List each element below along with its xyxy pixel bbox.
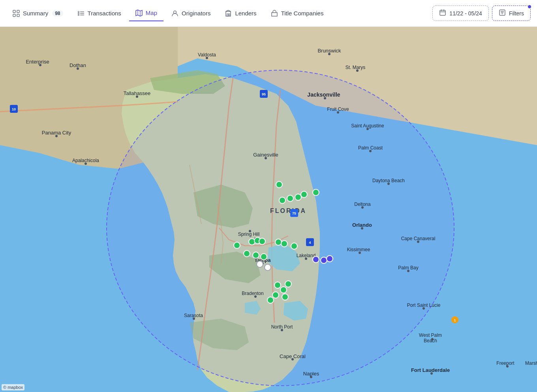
svg-text:West Palm: West Palm xyxy=(419,332,442,338)
map-container[interactable]: Enterprise Dothan Brunswick Tallahassee … xyxy=(0,27,537,392)
svg-point-129 xyxy=(285,281,291,287)
svg-text:Enterprise: Enterprise xyxy=(26,59,49,65)
building-icon xyxy=(225,10,232,17)
svg-text:Orlando: Orlando xyxy=(352,222,372,228)
svg-point-121 xyxy=(253,252,259,258)
date-range-value: 11/22 - 05/24 xyxy=(449,10,482,17)
svg-text:Dothan: Dothan xyxy=(69,62,86,68)
svg-text:Tallahassee: Tallahassee xyxy=(124,90,151,96)
nav-right: 11/22 - 05/24 Filters xyxy=(432,6,531,21)
list-icon xyxy=(77,10,84,17)
filters-label: Filters xyxy=(509,10,524,17)
svg-text:Spring Hill: Spring Hill xyxy=(238,231,260,237)
svg-point-118 xyxy=(281,241,287,247)
svg-text:Gainesville: Gainesville xyxy=(253,152,278,158)
person-icon xyxy=(171,10,178,17)
svg-point-128 xyxy=(274,282,281,288)
map-icon xyxy=(135,9,143,17)
map-attribution: © mapbox xyxy=(2,384,24,390)
filter-icon xyxy=(499,9,506,17)
title-companies-label: Title Companies xyxy=(281,10,324,17)
svg-text:Deltona: Deltona xyxy=(354,202,371,207)
svg-point-6 xyxy=(78,13,79,14)
svg-text:Valdosta: Valdosta xyxy=(198,52,216,58)
svg-point-113 xyxy=(234,242,240,248)
nav-item-title-companies[interactable]: Title Companies xyxy=(265,6,330,21)
svg-text:FLORIDA: FLORIDA xyxy=(270,207,306,214)
transactions-label: Transactions xyxy=(88,10,121,17)
nav-item-transactions[interactable]: Transactions xyxy=(71,6,128,21)
svg-rect-16 xyxy=(229,14,230,15)
svg-text:St. Marys: St. Marys xyxy=(345,65,366,70)
svg-point-127 xyxy=(265,264,271,271)
svg-text:Saint Augustine: Saint Augustine xyxy=(351,123,384,129)
svg-point-8 xyxy=(78,14,79,15)
svg-point-116 xyxy=(259,238,265,245)
svg-point-109 xyxy=(313,189,319,196)
svg-text:75: 75 xyxy=(292,211,296,215)
svg-rect-2 xyxy=(13,14,15,17)
svg-text:Cape Coral: Cape Coral xyxy=(280,353,306,359)
svg-text:North Port: North Port xyxy=(271,324,293,330)
lenders-label: Lenders xyxy=(235,10,256,17)
navbar: Summary 98 Transactions xyxy=(0,0,537,27)
svg-point-130 xyxy=(280,287,287,293)
svg-point-132 xyxy=(282,294,288,300)
nav-item-originators[interactable]: Originators xyxy=(165,6,217,21)
svg-text:Brunswick: Brunswick xyxy=(317,48,341,54)
svg-text:10: 10 xyxy=(12,107,16,111)
company-icon xyxy=(271,10,278,17)
svg-text:Bradenton: Bradenton xyxy=(242,291,263,296)
svg-text:Panama City: Panama City xyxy=(42,130,71,136)
svg-text:Lakeland: Lakeland xyxy=(297,253,316,258)
svg-rect-19 xyxy=(272,13,277,16)
svg-point-123 xyxy=(313,256,319,263)
date-range-button[interactable]: 11/22 - 05/24 xyxy=(432,6,489,21)
svg-text:Naples: Naples xyxy=(303,371,319,377)
svg-point-133 xyxy=(267,297,274,303)
svg-point-119 xyxy=(291,243,297,249)
svg-text:1: 1 xyxy=(454,318,456,322)
svg-text:Apalachicola: Apalachicola xyxy=(72,158,99,163)
svg-text:Palm Coast: Palm Coast xyxy=(358,145,383,151)
svg-text:Daytona Beach: Daytona Beach xyxy=(372,178,405,183)
svg-marker-10 xyxy=(136,10,142,16)
svg-point-110 xyxy=(279,197,285,203)
svg-rect-3 xyxy=(17,14,19,17)
svg-point-131 xyxy=(272,292,279,298)
svg-rect-15 xyxy=(227,14,228,16)
svg-rect-1 xyxy=(17,10,19,13)
svg-point-120 xyxy=(244,250,250,257)
svg-point-112 xyxy=(295,194,301,200)
svg-point-4 xyxy=(78,11,79,12)
svg-point-126 xyxy=(257,261,263,267)
svg-text:Fruit Cove: Fruit Cove xyxy=(327,106,349,112)
svg-text:Sarasota: Sarasota xyxy=(184,313,203,318)
summary-label: Summary xyxy=(23,10,48,17)
svg-rect-20 xyxy=(440,10,445,15)
svg-text:4: 4 xyxy=(309,241,311,245)
filters-button[interactable]: Filters xyxy=(492,6,531,21)
svg-point-124 xyxy=(321,257,327,263)
svg-text:Fort Lauderdale: Fort Lauderdale xyxy=(411,367,450,373)
nav-items: Summary 98 Transactions xyxy=(6,6,432,21)
svg-point-30 xyxy=(107,70,454,386)
svg-point-122 xyxy=(261,254,267,260)
filter-active-dot xyxy=(527,4,532,9)
svg-point-107 xyxy=(276,181,282,188)
svg-point-125 xyxy=(327,256,333,262)
map-label: Map xyxy=(146,9,157,16)
svg-point-111 xyxy=(287,195,293,202)
svg-text:Marsh Har...: Marsh Har... xyxy=(525,360,537,366)
grid-icon xyxy=(13,10,20,17)
summary-badge: 98 xyxy=(52,10,63,17)
svg-text:Port Saint Lucie: Port Saint Lucie xyxy=(407,302,441,308)
svg-text:Kissimmee: Kissimmee xyxy=(347,247,370,252)
nav-item-map[interactable]: Map xyxy=(129,6,163,21)
nav-item-summary[interactable]: Summary 98 xyxy=(6,6,69,21)
svg-rect-0 xyxy=(13,10,15,13)
svg-point-117 xyxy=(275,239,282,245)
nav-item-lenders[interactable]: Lenders xyxy=(218,6,263,21)
svg-text:Beach: Beach xyxy=(424,338,437,343)
svg-point-108 xyxy=(301,191,307,198)
